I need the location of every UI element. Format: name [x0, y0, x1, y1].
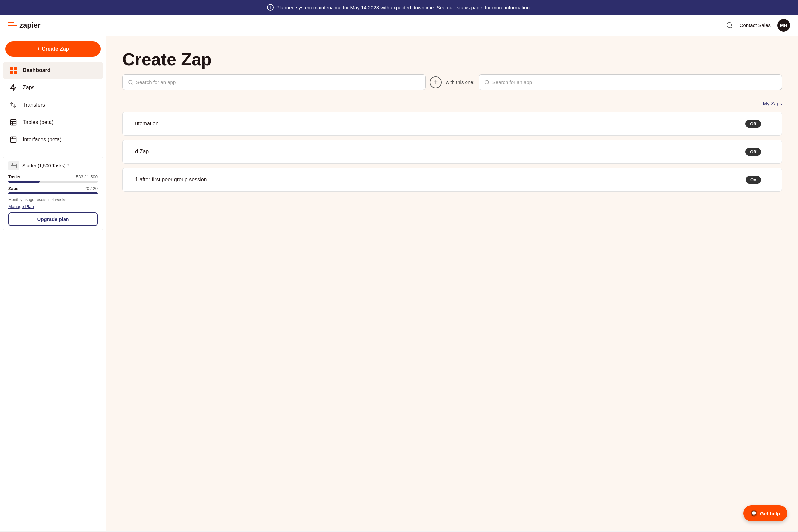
plan-icon — [8, 161, 19, 170]
create-zap-button[interactable]: + Create Zap — [5, 41, 101, 57]
tables-icon — [9, 118, 17, 126]
get-help-button[interactable]: 💬 Get help — [743, 506, 787, 521]
more-menu-icon-3[interactable]: ⋯ — [765, 174, 774, 185]
sidebar-item-transfers-label: Transfers — [23, 102, 45, 108]
sidebar-divider — [5, 151, 101, 151]
svg-point-0 — [726, 22, 732, 27]
search-nav-icon[interactable] — [726, 22, 733, 29]
status-badge-3[interactable]: On — [746, 176, 761, 184]
sidebar-item-interfaces-label: Interfaces (beta) — [23, 137, 61, 142]
zaps-value: 20 / 20 — [84, 186, 98, 191]
tasks-progress-fill — [8, 180, 40, 183]
dashboard-icon — [9, 66, 17, 75]
manage-plan-link[interactable]: Manage Plan — [8, 204, 98, 209]
logo-text: zapier — [19, 21, 41, 30]
zap-actions-3: On ⋯ — [746, 174, 774, 185]
zap-actions-1: Off ⋯ — [745, 119, 774, 129]
svg-marker-2 — [11, 85, 16, 91]
nav-right: Contact Sales MH — [726, 19, 790, 32]
zaps-progress-fill — [8, 192, 98, 194]
zap-name-2: ...d Zap — [131, 149, 149, 155]
get-help-label: Get help — [760, 511, 780, 516]
zaps-label: Zaps — [8, 186, 18, 191]
chat-bubble-icon: 💬 — [751, 510, 757, 517]
sidebar: + Create Zap Dashboard Zaps — [0, 36, 107, 531]
zaps-progress-bar — [8, 192, 98, 194]
svg-line-1 — [731, 26, 732, 28]
zaps-usage-row: Zaps 20 / 20 — [8, 186, 98, 191]
table-row: ...d Zap Off ⋯ — [122, 140, 782, 164]
notification-banner: i Planned system maintenance for May 14 … — [0, 0, 798, 15]
banner-text: Planned system maintenance for May 14 20… — [276, 5, 454, 10]
transfers-icon — [9, 101, 17, 109]
search-icon-left — [128, 80, 133, 85]
upgrade-plan-button[interactable]: Upgrade plan — [8, 212, 98, 226]
status-badge-1[interactable]: Off — [745, 120, 761, 128]
zap-icon — [9, 84, 17, 92]
sidebar-item-interfaces[interactable]: Interfaces (beta) — [3, 131, 103, 148]
create-zap-section: Create Zap Search for an app + with this… — [122, 49, 782, 90]
contact-sales-link[interactable]: Contact Sales — [740, 22, 771, 28]
svg-line-12 — [132, 83, 133, 84]
zap-name-1: ...utomation — [131, 121, 158, 127]
user-avatar[interactable]: MH — [777, 19, 790, 32]
logo-icon — [8, 22, 17, 28]
zap-name-3: ...1 after first peer group session — [131, 176, 207, 183]
plan-header: Starter (1,500 Tasks) P... — [8, 161, 98, 170]
sidebar-item-dashboard-label: Dashboard — [23, 68, 51, 74]
sidebar-item-tables-label: Tables (beta) — [23, 119, 54, 125]
svg-rect-7 — [11, 137, 16, 142]
sidebar-item-dashboard[interactable]: Dashboard — [3, 62, 103, 79]
interfaces-icon — [9, 136, 17, 144]
top-nav: zapier Contact Sales MH — [0, 15, 798, 36]
status-badge-2[interactable]: Off — [745, 148, 761, 156]
tasks-usage-row: Tasks 533 / 1,500 — [8, 174, 98, 179]
action-app-search[interactable]: Search for an app — [479, 75, 782, 90]
sidebar-item-zaps-label: Zaps — [23, 85, 35, 91]
my-zaps-link[interactable]: My Zaps — [763, 101, 782, 107]
add-app-button[interactable]: + — [430, 76, 441, 89]
search-icon-right — [484, 80, 490, 85]
zap-actions-2: Off ⋯ — [745, 147, 774, 157]
with-label: with this one! — [445, 79, 475, 85]
status-page-link[interactable]: status page — [457, 5, 482, 10]
reset-text: Monthly usage resets in 4 weeks — [8, 197, 98, 202]
info-icon: i — [267, 4, 274, 11]
sidebar-item-tables[interactable]: Tables (beta) — [3, 114, 103, 131]
more-menu-icon-1[interactable]: ⋯ — [765, 119, 774, 129]
table-row: ...1 after first peer group session On ⋯ — [122, 168, 782, 191]
tasks-label: Tasks — [8, 174, 20, 179]
action-placeholder: Search for an app — [492, 79, 532, 85]
trigger-placeholder: Search for an app — [136, 79, 175, 85]
tasks-progress-bar — [8, 180, 98, 183]
table-row: ...utomation Off ⋯ — [122, 112, 782, 136]
svg-point-13 — [485, 80, 489, 84]
create-zap-title: Create Zap — [122, 49, 782, 69]
banner-text-after: for more information. — [485, 5, 531, 10]
main-content: Create Zap Search for an app + with this… — [107, 36, 798, 531]
more-menu-icon-2[interactable]: ⋯ — [765, 147, 774, 157]
sidebar-item-zaps[interactable]: Zaps — [3, 79, 103, 96]
app-search-row: Search for an app + with this one! Searc… — [122, 75, 782, 90]
tasks-value: 533 / 1,500 — [76, 174, 98, 179]
plan-section: Starter (1,500 Tasks) P... Tasks 533 / 1… — [3, 157, 103, 230]
svg-point-11 — [129, 80, 132, 84]
plan-name: Starter (1,500 Tasks) P... — [22, 163, 73, 168]
trigger-app-search[interactable]: Search for an app — [122, 75, 425, 90]
logo: zapier — [8, 21, 41, 30]
my-zaps-header: My Zaps — [122, 101, 782, 107]
svg-line-14 — [488, 83, 489, 84]
sidebar-item-transfers[interactable]: Transfers — [3, 96, 103, 114]
svg-rect-3 — [11, 120, 16, 125]
svg-rect-10 — [11, 164, 16, 168]
app-layout: + Create Zap Dashboard Zaps — [0, 36, 798, 531]
